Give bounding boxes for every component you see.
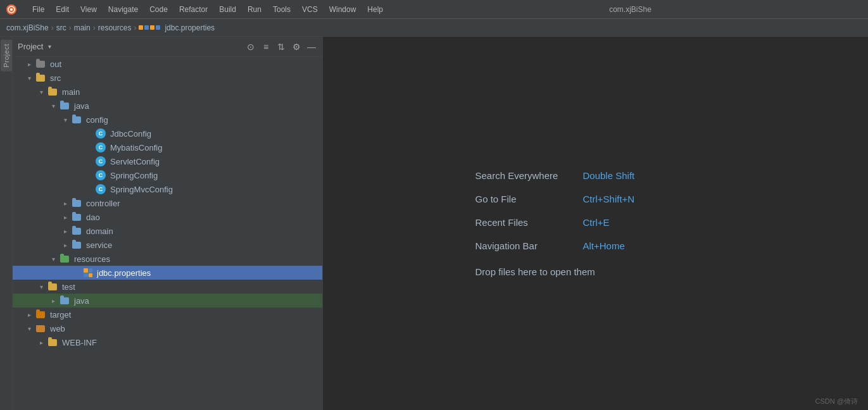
- tree-label-web: web: [50, 324, 65, 333]
- tree-label-out: out: [50, 59, 61, 69]
- menu-build[interactable]: Build: [215, 3, 241, 16]
- main-layout: Project Project ▾ ⊙ ≡ ⇅ ⚙ — out: [0, 37, 868, 410]
- tree-arrow-webinf: [37, 338, 46, 347]
- folder-icon-webinf: [47, 338, 58, 347]
- menu-navigate[interactable]: Navigate: [104, 3, 142, 16]
- class-icon-springconfig: C: [96, 170, 106, 180]
- folder-icon-target: [35, 310, 46, 319]
- menu-refactor[interactable]: Refactor: [175, 3, 212, 16]
- breadcrumb-file[interactable]: jdbc.properties: [165, 23, 215, 32]
- menu-window[interactable]: Window: [325, 3, 361, 16]
- menu-edit[interactable]: Edit: [51, 3, 73, 16]
- menu-vcs[interactable]: VCS: [298, 3, 322, 16]
- class-icon-servletconfig: C: [96, 156, 106, 166]
- project-panel: Project ▾ ⊙ ≡ ⇅ ⚙ — out: [13, 37, 323, 410]
- class-icon-jdbcconfig: C: [96, 128, 106, 139]
- tree-label-jdbc-properties: jdbc.properties: [97, 268, 151, 278]
- shortcut-label-goto: Go to File: [475, 194, 577, 204]
- shortcut-label-search: Search Everywhere: [475, 170, 577, 181]
- menu-run[interactable]: Run: [243, 3, 266, 16]
- tree-label-controller: controller: [86, 199, 120, 208]
- panel-title-dropdown[interactable]: ▾: [48, 43, 51, 50]
- tree-arrow-domain: [61, 227, 70, 235]
- tree-item-out[interactable]: out: [13, 57, 322, 71]
- tree-item-dao[interactable]: dao: [13, 210, 322, 224]
- folder-icon-java: [60, 101, 70, 110]
- panel-action-minimize[interactable]: —: [306, 41, 317, 53]
- tree-label-mybatisconfig: MybatisConfig: [110, 143, 162, 152]
- menu-file[interactable]: File: [28, 3, 49, 16]
- tree-arrow-java: [49, 101, 58, 110]
- tree-item-springmvcconfig[interactable]: C SpringMvcConfig: [13, 182, 322, 196]
- tree-arrow-dao: [61, 213, 70, 221]
- folder-icon-service: [72, 240, 82, 249]
- shortcut-recent-files: Recent Files Ctrl+E: [475, 217, 716, 228]
- tree-arrow-config: [61, 115, 70, 124]
- panel-action-settings[interactable]: ⚙: [291, 41, 302, 53]
- shortcut-key-search: Double Shift: [583, 170, 635, 181]
- app-logo: [5, 3, 18, 16]
- tree-label-jdbcconfig: JdbcConfig: [110, 129, 151, 139]
- tree-item-mybatisconfig[interactable]: C MybatisConfig: [13, 140, 322, 154]
- file-tree: out src main java: [13, 57, 322, 410]
- shortcut-hints: Search Everywhere Double Shift Go to Fil…: [463, 158, 729, 290]
- breadcrumb: com.xjBiShe › src › main › resources › j…: [0, 19, 868, 37]
- watermark: CSDN @倚诗: [815, 397, 858, 406]
- tree-label-test: test: [62, 282, 75, 292]
- panel-action-target[interactable]: ⊙: [245, 41, 256, 53]
- tree-item-java[interactable]: java: [13, 99, 322, 113]
- menu-help[interactable]: Help: [363, 3, 387, 16]
- shortcut-key-goto: Ctrl+Shift+N: [583, 194, 635, 204]
- folder-icon-config: [72, 115, 82, 124]
- tree-item-webinf[interactable]: WEB-INF: [13, 335, 322, 349]
- tree-arrow-out: [25, 59, 34, 68]
- tree-label-resources: resources: [74, 254, 110, 264]
- tree-item-resources[interactable]: resources: [13, 252, 322, 266]
- breadcrumb-sep-1: ›: [51, 23, 54, 32]
- panel-action-collapse[interactable]: ≡: [260, 41, 272, 53]
- tree-item-jdbc-properties[interactable]: jdbc.properties: [13, 266, 322, 280]
- tree-item-web[interactable]: web: [13, 321, 322, 335]
- breadcrumb-project[interactable]: com.xjBiShe: [6, 23, 49, 32]
- breadcrumb-sep-3: ›: [93, 23, 96, 32]
- breadcrumb-main[interactable]: main: [74, 23, 91, 32]
- menu-tools[interactable]: Tools: [268, 3, 295, 16]
- tree-item-domain[interactable]: domain: [13, 224, 322, 238]
- tree-item-target[interactable]: target: [13, 308, 322, 321]
- panel-action-sort[interactable]: ⇅: [275, 41, 287, 53]
- tree-label-springmvcconfig: SpringMvcConfig: [110, 185, 173, 194]
- class-icon-springmvcconfig: C: [96, 184, 106, 194]
- tree-item-src[interactable]: src: [13, 71, 322, 85]
- folder-icon-controller: [72, 199, 82, 208]
- tree-item-main[interactable]: main: [13, 85, 322, 99]
- tree-item-springconfig[interactable]: C SpringConfig: [13, 168, 322, 182]
- folder-icon-test: [47, 282, 58, 291]
- project-tab[interactable]: Project: [1, 40, 12, 71]
- drop-hint: Drop files here to open them: [475, 266, 716, 277]
- tree-item-service[interactable]: service: [13, 238, 322, 252]
- title-bar: File Edit View Navigate Code Refactor Bu…: [0, 0, 868, 19]
- tree-item-test-java[interactable]: java: [13, 294, 322, 308]
- folder-icon-test-java: [60, 296, 70, 305]
- tree-item-servletconfig[interactable]: C ServletConfig: [13, 154, 322, 168]
- svg-point-2: [10, 8, 13, 11]
- tree-arrow-target: [25, 310, 34, 319]
- breadcrumb-src[interactable]: src: [56, 23, 66, 32]
- folder-icon-dao: [72, 213, 82, 221]
- drop-text: Drop files here to open them: [475, 266, 595, 277]
- tree-item-controller[interactable]: controller: [13, 196, 322, 210]
- menu-code[interactable]: Code: [145, 3, 172, 16]
- side-tab: Project: [0, 37, 13, 410]
- tree-label-main: main: [62, 87, 80, 97]
- tree-item-jdbcconfig[interactable]: C JdbcConfig: [13, 127, 322, 140]
- tree-label-springconfig: SpringConfig: [110, 171, 158, 180]
- tree-arrow-service: [61, 240, 70, 249]
- breadcrumb-sep-4: ›: [134, 23, 136, 32]
- folder-icon-domain: [72, 227, 82, 235]
- menu-view[interactable]: View: [76, 3, 101, 16]
- panel-actions: ⊙ ≡ ⇅ ⚙ —: [245, 41, 317, 53]
- tree-item-test[interactable]: test: [13, 280, 322, 294]
- breadcrumb-resources[interactable]: resources: [98, 23, 132, 32]
- shortcut-label-nav: Navigation Bar: [475, 240, 577, 251]
- tree-item-config[interactable]: config: [13, 113, 322, 127]
